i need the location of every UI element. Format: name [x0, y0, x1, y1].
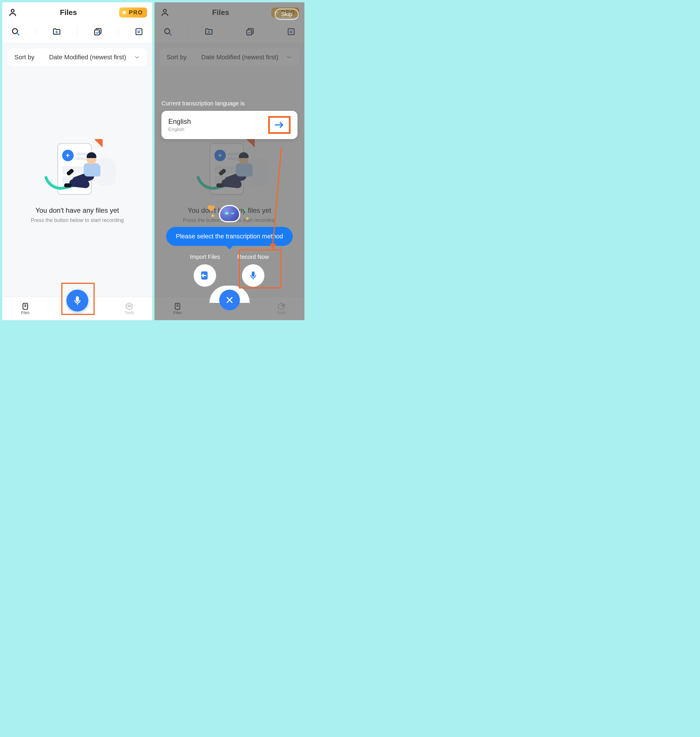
- sort-dropdown[interactable]: Sort by Date Modified (newest first): [7, 49, 147, 66]
- screen-left: Files PRO Sort by Date Modified (newest …: [2, 2, 152, 320]
- import-files-option[interactable]: Import Files: [190, 254, 220, 287]
- nav-tools[interactable]: Tools: [118, 302, 141, 315]
- empty-illustration: +: [40, 140, 115, 198]
- sort-label: Sort by: [15, 53, 35, 61]
- annotation-record-now-highlight: [239, 249, 281, 289]
- import-icon[interactable]: [133, 26, 145, 37]
- screen-right: Files PRO Sort by Date Modified (newest …: [154, 2, 304, 320]
- svg-line-28: [273, 147, 281, 246]
- sort-value: Date Modified (newest first): [41, 53, 134, 61]
- nav-files[interactable]: Files: [14, 302, 37, 315]
- language-card[interactable]: English English: [162, 111, 297, 139]
- annotation-language-highlight: [268, 116, 291, 134]
- empty-state: + You don't have any files yet Press the…: [2, 66, 152, 297]
- language-sub: English: [168, 127, 268, 133]
- import-files-label: Import Files: [190, 254, 220, 260]
- svg-point-1: [12, 28, 17, 33]
- svg-rect-6: [95, 30, 100, 35]
- search-icon[interactable]: [10, 26, 21, 37]
- page-title: Files: [18, 8, 119, 17]
- pro-badge[interactable]: PRO: [119, 7, 147, 18]
- import-files-icon: [194, 264, 216, 287]
- language-section: Current transcription language is Englis…: [162, 100, 297, 139]
- nav-tools-label: Tools: [125, 310, 134, 315]
- divider: [118, 27, 119, 36]
- language-heading: Current transcription language is: [162, 100, 297, 107]
- nav-files-label: Files: [21, 310, 29, 315]
- svg-line-2: [17, 33, 19, 35]
- close-button[interactable]: [219, 290, 240, 310]
- svg-point-0: [11, 9, 14, 12]
- new-folder-icon[interactable]: [51, 26, 62, 37]
- topbar: Files PRO: [2, 2, 152, 22]
- profile-icon[interactable]: [7, 7, 18, 18]
- arrow-right-icon[interactable]: [275, 121, 284, 128]
- empty-title: You don't have any files yet: [35, 206, 119, 214]
- empty-subtitle: Press the button below to start recordin…: [31, 217, 124, 223]
- language-name: English: [168, 118, 268, 125]
- mascot-icon: [217, 205, 243, 228]
- annotation-arrow: [269, 146, 286, 252]
- chevron-down-icon: [134, 54, 140, 60]
- annotation-record-highlight: [61, 283, 95, 315]
- svg-marker-29: [270, 243, 276, 249]
- skip-button[interactable]: Skip: [275, 9, 299, 20]
- method-row: Import Files Record Now: [154, 254, 304, 287]
- divider: [36, 27, 36, 36]
- toolbar: [2, 22, 152, 43]
- multiselect-icon[interactable]: [92, 26, 104, 37]
